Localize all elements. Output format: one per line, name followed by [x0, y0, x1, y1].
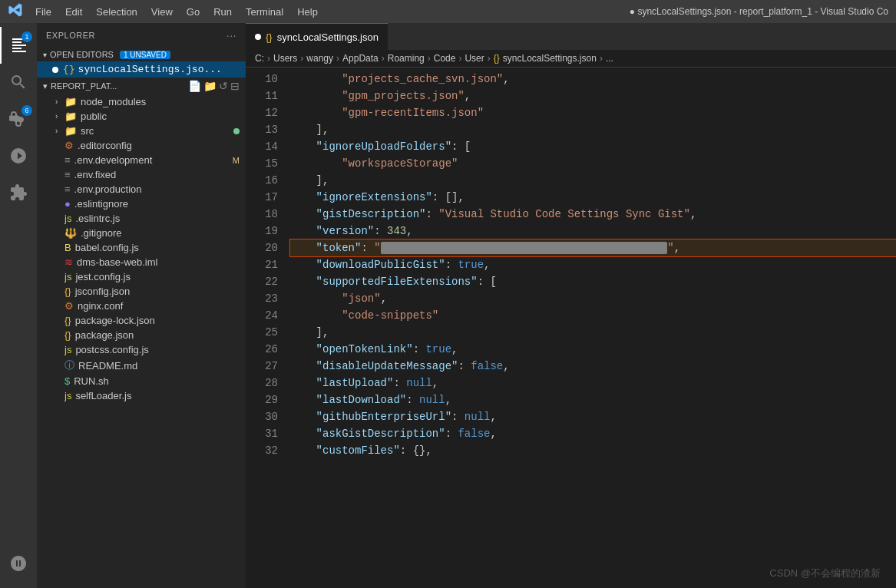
activity-explorer[interactable]: 1: [0, 27, 37, 64]
modified-dot: [52, 67, 58, 73]
menu-go[interactable]: Go: [180, 5, 206, 19]
bc-sep: ›: [488, 53, 491, 64]
iml-icon: ≋: [64, 256, 73, 268]
file-item-public[interactable]: › 📁 public: [37, 109, 246, 124]
env-icon: ≡: [64, 154, 71, 166]
file-item-jsconfig[interactable]: › {} jsconfig.json: [37, 284, 246, 299]
open-editors-label: OPEN EDITORS: [50, 50, 114, 59]
code-line-30: "githubEnterpriseUrl": null,: [290, 408, 896, 425]
new-folder-icon[interactable]: 📁: [203, 80, 217, 92]
open-editor-file[interactable]: {} syncLocalSettings.jso...: [37, 61, 246, 78]
bc-sep: ›: [382, 53, 385, 64]
bc-sep: ›: [267, 53, 270, 64]
menu-run[interactable]: Run: [207, 5, 238, 19]
file-item-env-fixed[interactable]: › ≡ .env.fixed: [37, 167, 246, 182]
refresh-icon[interactable]: ↺: [219, 80, 228, 92]
bc-users: Users: [273, 53, 297, 64]
file-name: README.md: [78, 360, 137, 372]
file-item-selfloader[interactable]: › js selfLoader.js: [37, 388, 246, 403]
no-arrow: ›: [55, 316, 64, 325]
file-item-iml[interactable]: › ≋ dms-base-web.iml: [37, 255, 246, 269]
activity-run[interactable]: [0, 137, 37, 174]
project-header-actions: 📄 📁 ↺ ⊟: [188, 80, 240, 92]
file-name: .gitignore: [81, 227, 121, 239]
collapse-icon[interactable]: ⊟: [230, 80, 240, 92]
code-line-25: ],: [290, 324, 896, 341]
file-item-editorconfig[interactable]: › ⚙ .editorconfig: [37, 138, 246, 153]
file-item-package-lock[interactable]: › {} package-lock.json: [37, 313, 246, 328]
code-line-17: "ignoreExtensions": [],: [290, 189, 896, 206]
activity-scm[interactable]: 6: [0, 101, 37, 137]
eslint-icon: ●: [64, 198, 71, 210]
no-arrow: ›: [55, 377, 64, 385]
no-arrow: ›: [55, 185, 64, 193]
menu-edit[interactable]: Edit: [59, 5, 88, 19]
menu-view[interactable]: View: [145, 5, 179, 19]
file-item-babel[interactable]: › B babel.config.js: [37, 240, 246, 255]
file-name: .eslintignore: [74, 198, 128, 210]
status-dot: [233, 128, 240, 134]
file-item-jest[interactable]: › js jest.config.js: [37, 269, 246, 284]
file-item-postcss[interactable]: › js postcss.config.js: [37, 342, 246, 357]
file-item-package[interactable]: › {} package.json: [37, 328, 246, 342]
file-name: postcss.config.js: [75, 344, 148, 355]
no-arrow: ›: [55, 273, 64, 281]
code-line-26: "openTokenLink": true,: [290, 341, 896, 358]
code-line-13: ],: [290, 121, 896, 138]
watermark: CSDN @不会编程的渣新: [769, 567, 881, 580]
open-editor-filename: syncLocalSettings.jso...: [78, 64, 222, 75]
sidebar-more-icon[interactable]: ···: [226, 29, 236, 41]
file-item-env-dev[interactable]: › ≡ .env.development M: [37, 153, 246, 167]
project-arrow: ▾: [43, 81, 48, 91]
folder-icon: 📁: [64, 96, 77, 107]
activity-extensions[interactable]: [0, 174, 37, 211]
file-name: node_modules: [81, 96, 146, 107]
activity-search[interactable]: [0, 64, 37, 101]
code-line-10: "projects_cache_svn.json",: [290, 71, 896, 88]
file-item-env-prod[interactable]: › ≡ .env.production: [37, 182, 246, 197]
folder-arrow: ›: [55, 97, 64, 106]
file-item-src[interactable]: › 📁 src: [37, 124, 246, 138]
menu-selection[interactable]: Selection: [90, 5, 143, 19]
sidebar: EXPLORER ··· ▾ OPEN EDITORS 1 UNSAVED {}…: [37, 23, 246, 588]
title-bar: File Edit Selection View Go Run Terminal…: [0, 0, 896, 23]
menu-help[interactable]: Help: [291, 5, 324, 19]
code-line-31: "askGistDescription": false,: [290, 425, 896, 442]
editor-tab[interactable]: {} syncLocalSettings.json: [246, 23, 388, 50]
menu-terminal[interactable]: Terminal: [240, 5, 289, 19]
file-item-eslintignore[interactable]: › ● .eslintignore: [37, 197, 246, 211]
project-header[interactable]: ▾ REPORT_PLAT... 📄 📁 ↺ ⊟: [37, 78, 246, 94]
open-editors-header[interactable]: ▾ OPEN EDITORS 1 UNSAVED: [37, 48, 246, 61]
file-name: .env.development: [74, 154, 153, 166]
file-name: .env.fixed: [74, 169, 117, 180]
folder-icon: 📁: [64, 111, 77, 122]
file-item-node-modules[interactable]: › 📁 node_modules: [37, 94, 246, 109]
code-text: "projects_cache_svn.json", "gpm_projects…: [284, 68, 896, 588]
code-line-20: "token": "ghp_xxxxxxxxxxxxxxxxxxxxxxxxxx…: [290, 239, 896, 256]
js-icon: js: [64, 271, 71, 282]
code-editor[interactable]: 10 11 12 13 14 15 16 17 18 19 20 21 22 2…: [246, 68, 896, 588]
file-item-eslintrc[interactable]: › js .eslintrc.js: [37, 211, 246, 226]
no-arrow: ›: [55, 156, 64, 164]
file-item-nginx[interactable]: › ⚙ nginx.conf: [37, 299, 246, 313]
tab-bar: {} syncLocalSettings.json: [246, 23, 896, 50]
menu-file[interactable]: File: [29, 5, 58, 19]
file-item-readme[interactable]: › ⓘ README.md: [37, 357, 246, 374]
file-item-run[interactable]: › $ RUN.sh: [37, 374, 246, 388]
bc-appdata: AppData: [342, 53, 379, 64]
json-icon: {}: [64, 286, 71, 297]
folder-icon: 📁: [64, 125, 77, 137]
tab-file-icon: {}: [266, 31, 273, 43]
json-icon: {}: [64, 315, 71, 326]
file-item-gitignore[interactable]: › 🔱 .gitignore: [37, 226, 246, 240]
activity-remote[interactable]: [0, 545, 37, 582]
file-tree: › 📁 node_modules › 📁 public › 📁 src: [37, 94, 246, 403]
new-file-icon[interactable]: 📄: [188, 80, 201, 92]
no-arrow: ›: [55, 229, 64, 237]
breadcrumb: C: › Users › wangy › AppData › Roaming ›…: [246, 50, 896, 68]
file-name: public: [81, 111, 107, 122]
editor-area: {} syncLocalSettings.json C: › Users › w…: [246, 23, 896, 588]
code-line-14: "ignoreUploadFolders": [: [290, 138, 896, 155]
code-line-21: "downloadPublicGist": true,: [290, 256, 896, 273]
file-name: jest.config.js: [75, 271, 131, 282]
